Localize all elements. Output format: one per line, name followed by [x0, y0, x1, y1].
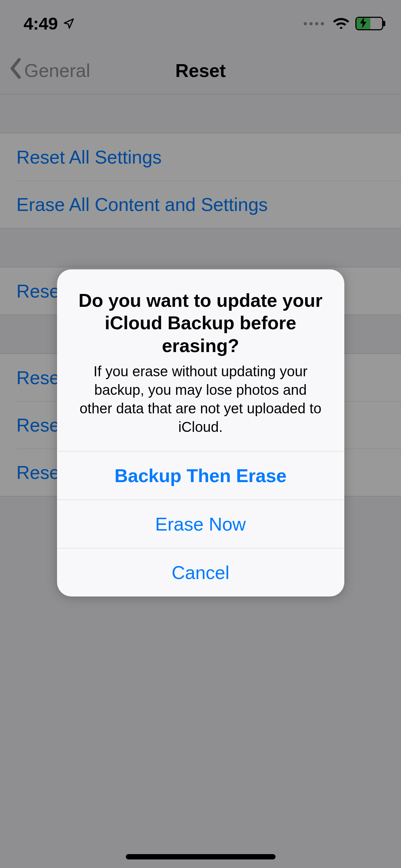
settings-reset-screen: 4:49 General Reset	[0, 0, 401, 868]
alert-header: Do you want to update your iCloud Backup…	[57, 269, 344, 451]
button-label: Cancel	[172, 562, 230, 583]
erase-now-button[interactable]: Erase Now	[57, 500, 344, 548]
home-indicator[interactable]	[126, 854, 276, 859]
button-label: Backup Then Erase	[114, 465, 287, 486]
cancel-button[interactable]: Cancel	[57, 548, 344, 596]
alert-message: If you erase without updating your backu…	[78, 362, 323, 436]
button-label: Erase Now	[155, 513, 246, 535]
alert-title: Do you want to update your iCloud Backup…	[78, 289, 323, 357]
backup-then-erase-button[interactable]: Backup Then Erase	[57, 451, 344, 500]
icloud-backup-alert: Do you want to update your iCloud Backup…	[57, 269, 344, 596]
